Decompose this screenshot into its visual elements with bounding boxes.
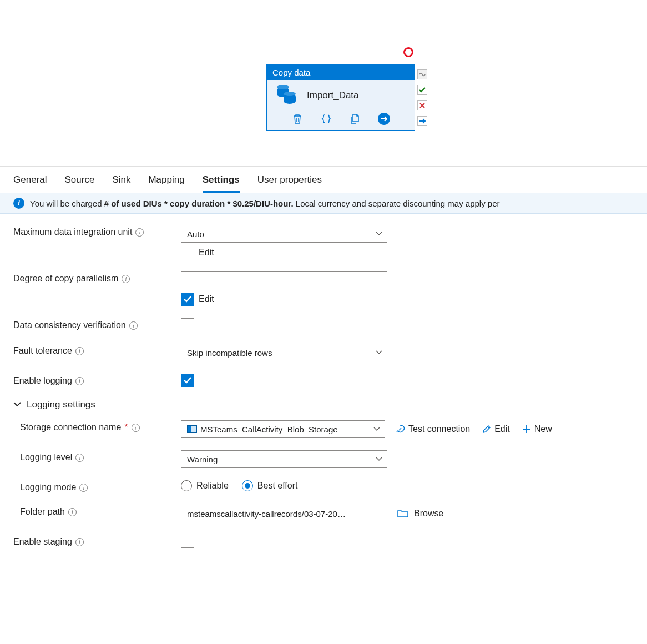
label-data-consistency-text: Data consistency verification: [13, 320, 126, 330]
activity-handles: [417, 69, 427, 126]
required-asterisk: *: [124, 422, 128, 432]
database-icon: [277, 87, 296, 104]
activity-copy-data[interactable]: Copy data Import_Data: [266, 64, 415, 131]
activity-type-label: Copy data: [267, 64, 415, 80]
row-parallelism: Degree of copy parallelism i Edit: [13, 271, 634, 306]
checkbox-enable-staging[interactable]: [181, 535, 194, 548]
label-logging-mode: Logging mode i: [13, 480, 181, 492]
row-data-consistency: Data consistency verification i: [13, 318, 634, 331]
label-max-diu: Maximum data integration unit i: [13, 225, 181, 237]
banner-suffix: Local currency and separate discounting …: [294, 199, 500, 208]
label-enable-staging: Enable staging i: [13, 535, 181, 547]
logging-settings-label: Logging settings: [27, 399, 95, 410]
label-edit: Edit: [199, 248, 214, 258]
test-connection-icon: [395, 425, 405, 434]
info-icon[interactable]: i: [122, 275, 130, 283]
tab-user-properties[interactable]: User properties: [257, 174, 322, 193]
tab-mapping[interactable]: Mapping: [148, 174, 184, 193]
browse-label: Browse: [414, 509, 443, 519]
label-fault-tolerance-text: Fault tolerance: [13, 346, 72, 356]
label-enable-staging-text: Enable staging: [13, 537, 72, 547]
activity-toolbar: [267, 108, 415, 130]
select-max-diu-value: Auto: [187, 229, 204, 239]
checkbox-parallelism-edit[interactable]: [181, 293, 194, 306]
tab-sink[interactable]: Sink: [112, 174, 130, 193]
radio-best-effort-label: Best effort: [257, 481, 298, 491]
radio-reliable-label: Reliable: [196, 481, 229, 491]
checkbox-enable-logging[interactable]: [181, 374, 194, 387]
label-edit: Edit: [199, 294, 214, 304]
label-logging-level-text: Logging level: [20, 452, 72, 462]
radio-reliable[interactable]: [181, 480, 192, 491]
info-icon[interactable]: i: [132, 424, 140, 432]
row-logging-mode: Logging mode i Reliable Best effort: [13, 480, 634, 492]
label-enable-logging: Enable logging i: [13, 374, 181, 386]
select-storage-connection[interactable]: MSTeams_CallActivity_Blob_Storage: [181, 420, 385, 438]
storage-actions: Test connection Edit New: [395, 424, 552, 434]
info-icon[interactable]: i: [79, 484, 88, 492]
folder-icon: [397, 509, 408, 518]
label-fault-tolerance: Fault tolerance i: [13, 344, 181, 356]
row-max-diu: Maximum data integration unit i Auto Edi…: [13, 225, 634, 259]
browse-button[interactable]: Browse: [397, 509, 443, 519]
row-enable-logging: Enable logging i: [13, 374, 634, 387]
row-logging-level: Logging level i Warning: [13, 450, 634, 468]
edit-connection-label: Edit: [494, 424, 510, 434]
logging-settings-toggle[interactable]: Logging settings: [13, 399, 634, 410]
run-activity-button[interactable]: [378, 113, 390, 125]
info-icon[interactable]: i: [75, 454, 84, 462]
tab-source[interactable]: Source: [64, 174, 94, 193]
test-connection-button[interactable]: Test connection: [395, 424, 470, 434]
radio-best-effort[interactable]: [242, 480, 253, 491]
edit-connection-button[interactable]: Edit: [482, 424, 510, 434]
plus-icon: [522, 425, 531, 434]
input-parallelism[interactable]: [181, 271, 387, 289]
info-icon[interactable]: i: [75, 347, 84, 355]
label-folder-path-text: Folder path: [20, 507, 65, 517]
delete-activity-button[interactable]: [291, 113, 304, 125]
test-connection-label: Test connection: [408, 424, 470, 434]
label-parallelism-text: Degree of copy parallelism: [13, 274, 118, 284]
handle-on-completion[interactable]: [417, 116, 427, 126]
chevron-down-icon: [376, 350, 382, 355]
select-logging-level-value: Warning: [187, 455, 218, 464]
select-max-diu[interactable]: Auto: [181, 225, 387, 243]
info-icon[interactable]: i: [135, 228, 144, 237]
handle-generic[interactable]: [417, 69, 427, 79]
radio-option-reliable[interactable]: Reliable: [181, 480, 229, 491]
checkbox-max-diu-edit[interactable]: [181, 246, 194, 259]
pipeline-canvas[interactable]: Copy data Import_Data: [0, 0, 647, 167]
label-max-diu-text: Maximum data integration unit: [13, 227, 132, 237]
radio-group-logging-mode: Reliable Best effort: [181, 480, 297, 491]
label-enable-logging-text: Enable logging: [13, 376, 72, 386]
checkbox-data-consistency[interactable]: [181, 318, 194, 331]
tab-general[interactable]: General: [13, 174, 47, 193]
label-storage-connection-text: Storage connection name: [20, 422, 121, 432]
row-storage-connection: Storage connection name * i MSTeams_Call…: [13, 420, 634, 438]
code-braces-button[interactable]: [320, 113, 332, 125]
select-logging-level[interactable]: Warning: [181, 450, 387, 468]
pricing-banner: i You will be charged # of used DIUs * c…: [0, 193, 647, 214]
clone-activity-button[interactable]: [349, 113, 361, 125]
input-folder-path-value: msteamscallactivity-callrecords/03-07-20…: [187, 509, 346, 519]
row-enable-staging: Enable staging i: [13, 535, 634, 548]
handle-on-failure[interactable]: [417, 100, 427, 110]
handle-on-success[interactable]: [417, 85, 427, 95]
validation-indicator: [403, 47, 413, 57]
info-icon[interactable]: i: [129, 321, 138, 330]
input-folder-path[interactable]: msteamscallactivity-callrecords/03-07-20…: [181, 505, 387, 522]
select-fault-tolerance[interactable]: Skip incompatible rows: [181, 344, 387, 361]
select-fault-tolerance-value: Skip incompatible rows: [187, 348, 272, 358]
new-connection-button[interactable]: New: [522, 424, 552, 434]
new-connection-label: New: [534, 424, 552, 434]
banner-prefix: You will be charged: [30, 199, 104, 208]
radio-option-best-effort[interactable]: Best effort: [242, 480, 298, 491]
info-icon[interactable]: i: [68, 508, 77, 516]
info-icon: i: [13, 198, 24, 209]
info-icon[interactable]: i: [75, 538, 84, 546]
label-parallelism: Degree of copy parallelism i: [13, 271, 181, 284]
info-icon[interactable]: i: [75, 377, 84, 385]
chevron-down-icon: [376, 232, 382, 236]
banner-bold: # of used DIUs * copy duration * $0.25/D…: [104, 199, 294, 208]
tab-settings[interactable]: Settings: [203, 174, 240, 193]
